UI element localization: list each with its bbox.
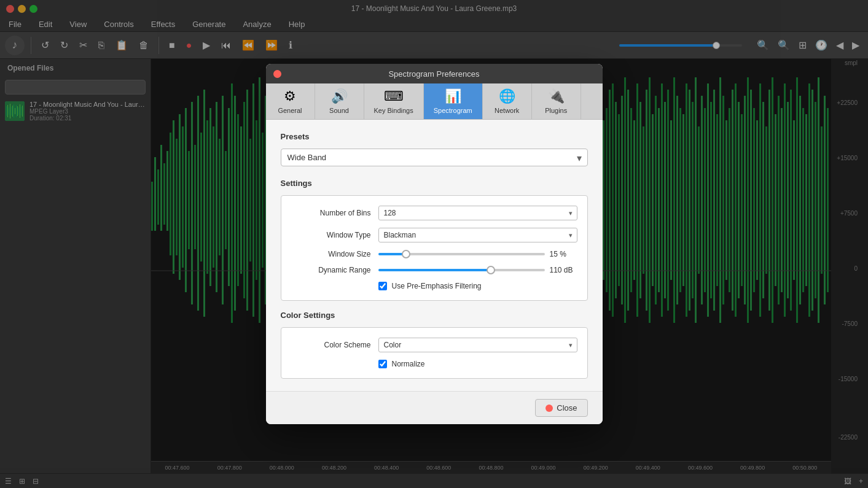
color-settings-label: Color Settings [281,311,588,320]
tab-network-label: Network [495,107,519,114]
window-size-slider[interactable] [378,253,545,255]
dynamic-range-slider[interactable] [378,269,545,271]
pre-emphasis-label: Use Pre-Emphasis Filtering [392,282,482,290]
number-of-bins-select[interactable]: 64 128 256 512 1024 [378,206,577,220]
dialog-close-x-button[interactable] [273,70,281,78]
sound-icon: 🔊 [331,88,348,104]
spectrogram-icon: 📊 [445,88,461,104]
dialog-content: Presets Wide Band Narrow Band Custom Set… [266,120,603,391]
presets-select-wrapper: Wide Band Narrow Band Custom [281,149,588,166]
dynamic-range-value: 110 dB [550,266,577,274]
presets-section: Presets Wide Band Narrow Band Custom [281,132,588,166]
color-scheme-row: Color Scheme Color Grayscale Inverse Gra… [291,338,577,352]
pre-emphasis-row: Use Pre-Emphasis Filtering [291,282,577,290]
dynamic-range-row: Dynamic Range 110 dB [291,266,577,274]
number-of-bins-row: Number of Bins 64 128 256 512 1024 [291,206,577,220]
dialog-title: Spectrogram Preferences [388,69,479,79]
dialog-footer: Close [266,391,603,424]
color-scheme-select-wrap: Color Grayscale Inverse Grayscale [378,338,577,352]
tab-sound-label: Sound [329,107,349,114]
tab-sound[interactable]: 🔊 Sound [315,83,364,119]
tab-spectrogram[interactable]: 📊 Spectrogram [424,83,483,119]
spectrogram-preferences-dialog: Spectrogram Preferences ⚙ General 🔊 Soun… [266,64,603,424]
window-type-select[interactable]: Hanning Hamming Blackman Rectangular [378,228,577,242]
window-type-label: Window Type [291,231,371,239]
color-scheme-label: Color Scheme [291,341,371,349]
presets-label: Presets [281,132,588,141]
settings-label: Settings [281,179,588,188]
plugins-icon: 🔌 [548,88,565,104]
color-settings-section: Color Scheme Color Grayscale Inverse Gra… [281,327,588,379]
settings-section: Number of Bins 64 128 256 512 1024 Windo… [281,195,588,301]
window-size-row: Window Size 15 % [291,250,577,258]
normalize-checkbox[interactable] [378,360,387,368]
close-dot-icon [545,405,553,412]
dialog-titlebar: Spectrogram Preferences [266,64,603,83]
tab-keybindings[interactable]: ⌨ Key Bindings [364,83,424,119]
close-button-label: Close [557,403,577,412]
normalize-label: Normalize [392,360,425,368]
window-type-select-wrap: Hanning Hamming Blackman Rectangular [378,228,577,242]
close-button[interactable]: Close [535,399,587,417]
network-icon: 🌐 [499,88,515,104]
tab-keybindings-label: Key Bindings [374,107,413,114]
tab-general[interactable]: ⚙ General [266,83,315,119]
window-size-value: 15 % [550,250,577,258]
number-of-bins-select-wrap: 64 128 256 512 1024 [378,206,577,220]
window-type-row: Window Type Hanning Hamming Blackman Rec… [291,228,577,242]
window-size-label: Window Size [291,250,371,258]
number-of-bins-label: Number of Bins [291,209,371,217]
dynamic-range-slider-row: 110 dB [378,266,577,274]
window-size-slider-row: 15 % [378,250,577,258]
keybindings-icon: ⌨ [384,88,404,104]
general-icon: ⚙ [284,88,296,104]
tab-bar: ⚙ General 🔊 Sound ⌨ Key Bindings 📊 Spect… [266,83,603,120]
tab-plugins[interactable]: 🔌 Plugins [532,83,581,119]
tab-general-label: General [278,107,302,114]
tab-plugins-label: Plugins [545,107,567,114]
presets-select[interactable]: Wide Band Narrow Band Custom [281,149,588,166]
dynamic-range-label: Dynamic Range [291,266,371,274]
tab-network[interactable]: 🌐 Network [483,83,532,119]
pre-emphasis-checkbox[interactable] [378,282,387,290]
color-scheme-select[interactable]: Color Grayscale Inverse Grayscale [378,338,577,352]
tab-spectrogram-label: Spectrogram [434,107,472,114]
normalize-row: Normalize [291,360,577,368]
dialog-overlay: Spectrogram Preferences ⚙ General 🔊 Soun… [0,0,868,488]
